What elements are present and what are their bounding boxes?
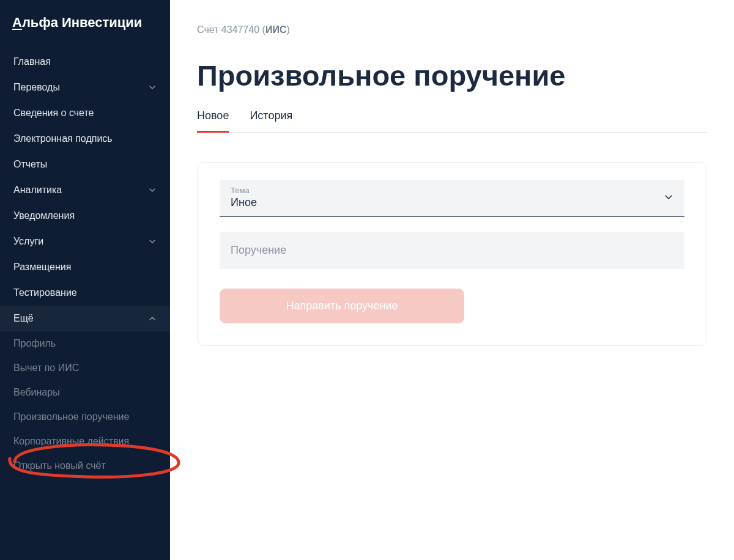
tab-1[interactable]: История	[250, 109, 292, 133]
sidebar-item-label: Услуги	[13, 236, 43, 247]
sidebar-item-label: Отчеты	[13, 159, 47, 170]
breadcrumb-type: ИИС	[265, 24, 287, 35]
sidebar-item-1[interactable]: Переводы	[0, 75, 170, 100]
breadcrumb-number: 4347740	[221, 24, 259, 35]
sidebar-subitem-4[interactable]: Корпоративные действия	[0, 429, 170, 454]
sidebar-item-6[interactable]: Уведомления	[0, 203, 170, 229]
sidebar-item-4[interactable]: Отчеты	[0, 152, 170, 177]
sidebar-item-label: Тестирование	[13, 287, 77, 298]
sidebar-subitem-3[interactable]: Произвольное поручение	[0, 405, 170, 429]
sidebar-item-label: Электронная подпись	[13, 133, 113, 144]
sidebar-item-2[interactable]: Сведения о счете	[0, 100, 170, 126]
nav-list: ГлавнаяПереводыСведения о счетеЭлектронн…	[0, 49, 170, 331]
tab-0[interactable]: Новое	[197, 109, 229, 133]
main-content: Счет 4347740 (ИИС) Произвольное поручени…	[170, 0, 734, 560]
form-card: Тема Иное Поручение Направить поручение	[197, 162, 707, 346]
sidebar-item-label: Сведения о счете	[13, 108, 94, 119]
brand-logo: Альфа Инвестиции	[0, 15, 170, 49]
breadcrumb-account-word: Счет	[197, 24, 218, 35]
sidebar-item-5[interactable]: Аналитика	[0, 177, 170, 203]
logo-rest: льфа Инвестиции	[22, 15, 143, 30]
sidebar-item-0[interactable]: Главная	[0, 49, 170, 75]
sidebar-item-label: Размещения	[13, 262, 71, 273]
sidebar-item-9[interactable]: Тестирование	[0, 280, 170, 306]
topic-value: Иное	[231, 196, 673, 209]
sidebar-item-label: Ещё	[13, 313, 34, 324]
chevron-down-icon	[148, 83, 157, 92]
chevron-down-icon	[148, 237, 157, 246]
sidebar: Альфа Инвестиции ГлавнаяПереводыСведения…	[0, 0, 170, 560]
sidebar-item-8[interactable]: Размещения	[0, 254, 170, 280]
tabs: НовоеИстория	[197, 109, 707, 133]
sidebar-item-label: Аналитика	[13, 185, 62, 196]
sidebar-item-10[interactable]: Ещё	[0, 306, 170, 331]
sidebar-item-label: Главная	[13, 56, 51, 67]
chevron-down-icon	[664, 192, 673, 204]
logo-prefix: А	[12, 15, 22, 30]
topic-select[interactable]: Тема Иное	[220, 180, 684, 217]
page-title: Произвольное поручение	[197, 59, 707, 92]
topic-label: Тема	[231, 186, 673, 195]
breadcrumb: Счет 4347740 (ИИС)	[197, 24, 707, 35]
sidebar-item-7[interactable]: Услуги	[0, 229, 170, 254]
sidebar-subitem-5[interactable]: Открыть новый счёт	[0, 454, 170, 478]
sidebar-item-label: Переводы	[13, 82, 60, 93]
sidebar-item-3[interactable]: Электронная подпись	[0, 126, 170, 152]
chevron-down-icon	[148, 186, 157, 194]
sidebar-subitem-2[interactable]: Вебинары	[0, 380, 170, 405]
sidebar-subitem-0[interactable]: Профиль	[0, 331, 170, 356]
chevron-up-icon	[148, 314, 157, 323]
nav-sublist: ПрофильВычет по ИИСВебинарыПроизвольное …	[0, 331, 170, 478]
sidebar-item-label: Уведомления	[13, 210, 75, 221]
sidebar-subitem-1[interactable]: Вычет по ИИС	[0, 356, 170, 380]
instruction-input[interactable]: Поручение	[220, 232, 684, 269]
submit-button[interactable]: Направить поручение	[220, 289, 464, 323]
